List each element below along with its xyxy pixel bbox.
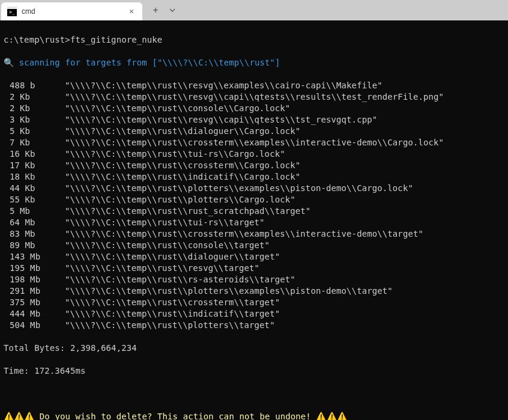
file-size: 5 Kb [4,126,44,137]
file-path: "\\\\?\\C:\\temp\\rust\\dialoguer\\targe… [44,252,280,261]
file-path: "\\\\?\\C:\\temp\\rust\\tui-rs\\Cargo.lo… [44,149,285,159]
file-list: 488 b"\\\\?\\C:\\temp\\rust\\resvg\\exam… [4,80,504,331]
list-item: 3 Kb"\\\\?\\C:\\temp\\rust\\resvg\\capi\… [4,114,504,126]
list-item: 89 Mb"\\\\?\\C:\\temp\\rust\\console\\ta… [4,240,504,251]
file-path: "\\\\?\\C:\\temp\\rust\\indicatif\\targe… [44,309,280,318]
file-path: "\\\\?\\C:\\temp\\rust\\rust_scratchpad\… [44,206,310,216]
tab-title: cmd [22,7,127,16]
list-item: 44 Kb"\\\\?\\C:\\temp\\rust\\plotters\\e… [4,183,504,194]
tab-cmd[interactable]: >_ cmd × [1,2,142,20]
svg-rect-1 [7,7,17,9]
prompt: c:\temp\rust> [4,35,70,44]
file-size: 375 Mb [4,297,44,308]
file-path: "\\\\?\\C:\\temp\\rust\\plotters\\exampl… [44,286,393,296]
terminal[interactable]: c:\temp\rust>fts_gitignore_nuke 🔍 scanni… [0,20,508,420]
list-item: 143 Mb"\\\\?\\C:\\temp\\rust\\dialoguer\… [4,251,504,263]
file-path: "\\\\?\\C:\\temp\\rust\\crossterm\\examp… [44,229,423,239]
list-item: 55 Kb"\\\\?\\C:\\temp\\rust\\plotters\\C… [4,194,504,205]
file-path: "\\\\?\\C:\\temp\\rust\\resvg\\capi\\qte… [44,115,377,124]
warning-icon: ⚠️⚠️⚠️ [4,412,34,420]
list-item: 17 Kb"\\\\?\\C:\\temp\\rust\\crossterm\\… [4,160,504,171]
list-item: 64 Mb"\\\\?\\C:\\temp\\rust\\tui-rs\\tar… [4,217,504,228]
list-item: 375 Mb"\\\\?\\C:\\temp\\rust\\crossterm\… [4,297,504,308]
command: fts_gitignore_nuke [70,35,163,44]
file-size: 198 Mb [4,274,44,285]
total-bytes-value: 2,398,664,234 [70,343,137,353]
file-size: 83 Mb [4,228,44,240]
delete-warning: Do you wish to delete? This action can n… [34,412,316,420]
tab-bar: >_ cmd × + [0,0,508,20]
cmd-icon: >_ [7,7,17,16]
file-size: 2 Kb [4,91,44,103]
file-path: "\\\\?\\C:\\temp\\rust\\resvg\\target" [44,263,259,273]
file-size: 2 Kb [4,103,44,114]
time-value: 172.3645ms [34,366,85,376]
file-path: "\\\\?\\C:\\temp\\rust\\plotters\\target… [44,320,275,330]
file-path: "\\\\?\\C:\\temp\\rust\\crossterm\\Cargo… [44,160,300,170]
list-item: 18 Kb"\\\\?\\C:\\temp\\rust\\indicatif\\… [4,171,504,183]
tab-controls: + [147,0,181,20]
file-size: 18 Kb [4,171,44,183]
file-path: "\\\\?\\C:\\temp\\rust\\crossterm\\examp… [44,138,444,147]
list-item: 291 Mb"\\\\?\\C:\\temp\\rust\\plotters\\… [4,285,504,297]
file-size: 143 Mb [4,251,44,263]
file-size: 55 Kb [4,194,44,205]
list-item: 2 Kb"\\\\?\\C:\\temp\\rust\\console\\Car… [4,103,504,114]
close-icon[interactable]: × [127,7,136,16]
svg-text:>_: >_ [9,10,15,15]
list-item: 504 Mb"\\\\?\\C:\\temp\\rust\\plotters\\… [4,320,504,331]
file-path: "\\\\?\\C:\\temp\\rust\\plotters\\exampl… [44,183,413,193]
scan-line: scanning for targets from ["\\\\?\\C:\\t… [14,58,280,67]
file-path: "\\\\?\\C:\\temp\\rust\\dialoguer\\Cargo… [44,126,300,136]
file-size: 5 Mb [4,205,44,217]
list-item: 2 Kb"\\\\?\\C:\\temp\\rust\\resvg\\capi\… [4,91,504,103]
dropdown-button[interactable] [164,2,181,19]
file-size: 488 b [4,80,44,91]
list-item: 16 Kb"\\\\?\\C:\\temp\\rust\\tui-rs\\Car… [4,148,504,160]
file-size: 89 Mb [4,240,44,251]
list-item: 5 Mb"\\\\?\\C:\\temp\\rust\\rust_scratch… [4,205,504,217]
file-path: "\\\\?\\C:\\temp\\rust\\rs-asteroids\\ta… [44,275,295,284]
list-item: 195 Mb"\\\\?\\C:\\temp\\rust\\resvg\\tar… [4,263,504,274]
list-item: 7 Kb"\\\\?\\C:\\temp\\rust\\crossterm\\e… [4,137,504,148]
file-size: 504 Mb [4,320,44,331]
search-icon: 🔍 [4,58,14,67]
time-label: Time: [4,366,34,376]
file-size: 195 Mb [4,263,44,274]
file-path: "\\\\?\\C:\\temp\\rust\\console\\Cargo.l… [44,103,290,113]
file-path: "\\\\?\\C:\\temp\\rust\\tui-rs\\target" [44,218,265,227]
file-path: "\\\\?\\C:\\temp\\rust\\plotters\\Cargo.… [44,195,295,204]
file-size: 17 Kb [4,160,44,171]
file-path: "\\\\?\\C:\\temp\\rust\\resvg\\capi\\qte… [44,92,444,102]
file-size: 291 Mb [4,285,44,297]
list-item: 5 Kb"\\\\?\\C:\\temp\\rust\\dialoguer\\C… [4,126,504,137]
file-size: 44 Kb [4,183,44,194]
file-size: 16 Kb [4,148,44,160]
window: >_ cmd × + c:\temp\rust>fts_gitignore_nu… [0,0,508,420]
list-item: 488 b"\\\\?\\C:\\temp\\rust\\resvg\\exam… [4,80,504,91]
warning-icon: ⚠️⚠️⚠️ [316,412,346,420]
file-path: "\\\\?\\C:\\temp\\rust\\indicatif\\Cargo… [44,172,300,181]
add-tab-button[interactable]: + [147,2,164,19]
file-size: 7 Kb [4,137,44,148]
file-size: 3 Kb [4,114,44,126]
file-path: "\\\\?\\C:\\temp\\rust\\resvg\\examples\… [44,81,383,90]
file-size: 444 Mb [4,308,44,320]
list-item: 198 Mb"\\\\?\\C:\\temp\\rust\\rs-asteroi… [4,274,504,285]
file-size: 64 Mb [4,217,44,228]
list-item: 444 Mb"\\\\?\\C:\\temp\\rust\\indicatif\… [4,308,504,320]
list-item: 83 Mb"\\\\?\\C:\\temp\\rust\\crossterm\\… [4,228,504,240]
file-path: "\\\\?\\C:\\temp\\rust\\crossterm\\targe… [44,297,280,307]
total-bytes-label: Total Bytes: [4,343,70,353]
file-path: "\\\\?\\C:\\temp\\rust\\console\\target" [44,240,270,250]
